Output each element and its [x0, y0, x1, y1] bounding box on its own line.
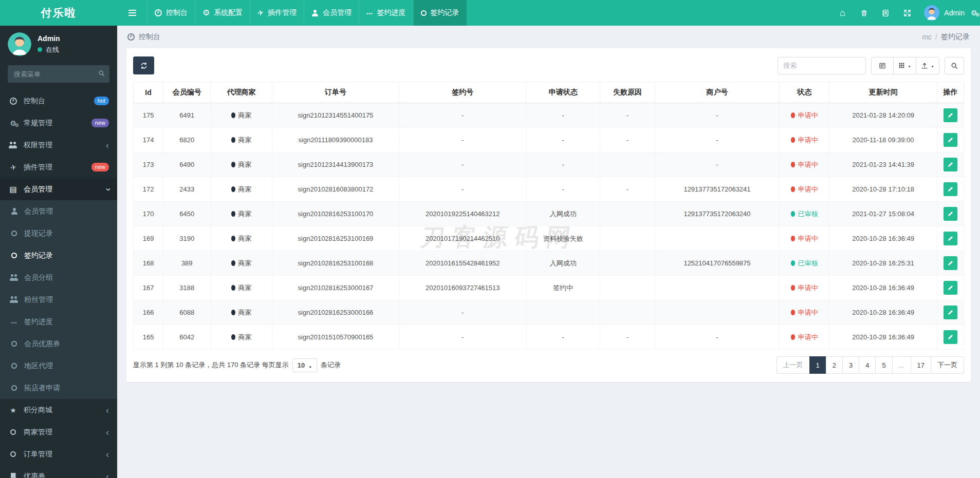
columns-button[interactable] [893, 57, 916, 74]
settings-button[interactable] [971, 0, 980, 26]
column-header[interactable]: 签约号 [399, 82, 526, 103]
column-header[interactable]: 商户号 [655, 82, 779, 103]
edit-button[interactable] [944, 108, 957, 122]
circle-icon [421, 10, 427, 16]
submenu-member-manage[interactable]: 会员管理 [0, 200, 117, 222]
module-market-button[interactable] [875, 0, 896, 26]
refresh-button[interactable] [133, 56, 154, 74]
edit-button[interactable] [944, 133, 957, 147]
sidebar-item-member[interactable]: 会员管理 [0, 178, 117, 200]
username-label: Admin [944, 9, 965, 17]
edit-button[interactable] [944, 207, 957, 221]
table-search-input[interactable] [778, 57, 866, 74]
status-badge: 申请中 [791, 160, 818, 169]
breadcrumb-parent[interactable]: mc [922, 33, 932, 41]
sidebar-item-order-manage[interactable]: 订单管理 [0, 443, 117, 465]
page-button[interactable]: 17 [911, 356, 931, 374]
tab-sign-records[interactable]: 签约记录 [413, 0, 467, 26]
status-badge: 申请中 [791, 185, 818, 194]
page-button[interactable]: 下一页 [931, 356, 964, 374]
cell-agent: 商家 [211, 325, 272, 350]
cell-agent: 商家 [211, 251, 272, 276]
user-icon [311, 10, 319, 16]
tab-sign-progress[interactable]: 签约进度 [359, 0, 413, 26]
cell-actions [937, 177, 964, 202]
submenu-shop-applications[interactable]: 拓店者申请 [0, 377, 117, 399]
online-status: 在线 [38, 45, 60, 54]
sidebar-toggle-button[interactable] [117, 0, 147, 26]
column-header[interactable]: 会员编号 [163, 82, 211, 103]
records-table-wrap: 刀客源码网 Id会员编号代理商家订单号签约号申请状态失败原因商户号状态更新时间操… [133, 82, 964, 350]
tab-plugin-manage[interactable]: 插件管理 [250, 0, 304, 26]
column-header[interactable]: 代理商家 [211, 82, 272, 103]
edit-button[interactable] [944, 330, 957, 344]
status-dot-icon [791, 310, 795, 315]
submenu-sign-records[interactable]: 签约记录 [0, 244, 117, 266]
circle-icon [10, 429, 16, 435]
clear-cache-button[interactable] [853, 0, 875, 26]
caret-down-icon [908, 62, 911, 69]
page-button[interactable]: 上一页 [776, 356, 810, 374]
status-dot-icon [791, 211, 795, 217]
column-header[interactable]: 操作 [937, 82, 964, 103]
cell-sign-no: 20201016093727461513 [399, 276, 526, 300]
cell-agent: 商家 [211, 300, 272, 325]
submenu-member-coupons[interactable]: 会员优惠券 [0, 333, 117, 355]
search-button[interactable] [945, 57, 964, 74]
column-header[interactable]: 申请状态 [526, 82, 600, 103]
cell-id: 167 [134, 276, 163, 300]
toggle-view-button[interactable] [871, 57, 894, 74]
cell-actions [937, 226, 964, 251]
cell-actions [937, 128, 964, 152]
edit-button[interactable] [944, 158, 957, 171]
cell-agent: 商家 [211, 226, 272, 251]
column-header[interactable]: 更新时间 [829, 82, 937, 103]
column-header[interactable]: Id [134, 82, 163, 103]
submenu-fans-manage[interactable]: 粉丝管理 [0, 289, 117, 311]
cell-updated: 2020-11-18 09:39:00 [829, 128, 937, 152]
fullscreen-button[interactable] [896, 0, 918, 26]
column-header[interactable]: 订单号 [272, 82, 399, 103]
sidebar-item-points-mall[interactable]: 积分商城 [0, 399, 117, 421]
home-button[interactable] [831, 0, 853, 26]
page-button[interactable]: 5 [875, 356, 892, 374]
sidebar-item-dashboard[interactable]: 控制台hot [0, 90, 117, 112]
sidebar-item-permission[interactable]: 权限管理 [0, 134, 117, 156]
edit-button[interactable] [944, 182, 957, 196]
sidebar-item-merchant-manage[interactable]: 商家管理 [0, 421, 117, 443]
tab-dashboard[interactable]: 控制台 [147, 0, 195, 26]
sidebar-item-general[interactable]: 常规管理new [0, 112, 117, 134]
submenu-sign-progress[interactable]: 签约进度 [0, 311, 117, 333]
column-header[interactable]: 失败原因 [600, 82, 655, 103]
export-button[interactable] [916, 57, 939, 74]
topbar-right: Admin [831, 0, 980, 26]
column-header[interactable]: 状态 [780, 82, 829, 103]
cell-fail-reason [600, 251, 655, 276]
submenu-region-agent[interactable]: 地区代理 [0, 355, 117, 377]
page-button[interactable]: 2 [826, 356, 843, 374]
page-size-select[interactable]: 10 [292, 358, 317, 372]
submenu-withdraw-records[interactable]: 提现记录 [0, 222, 117, 244]
records-table: Id会员编号代理商家订单号签约号申请状态失败原因商户号状态更新时间操作 175 … [133, 82, 964, 350]
menu-search-input[interactable] [8, 65, 109, 83]
status-dot-icon [791, 137, 795, 143]
page-button[interactable]: 1 [809, 356, 826, 374]
user-menu[interactable]: Admin [918, 5, 971, 21]
edit-button[interactable] [944, 256, 957, 270]
submenu-member-groups[interactable]: 会员分组 [0, 266, 117, 289]
refresh-icon [140, 62, 147, 69]
sidebar-item-plugin[interactable]: 插件管理new [0, 156, 117, 178]
cell-actions [937, 202, 964, 226]
cell-member-no: 6490 [163, 152, 211, 177]
page-button[interactable]: 3 [842, 356, 859, 374]
page-button[interactable]: 4 [859, 356, 876, 374]
tab-member-manage[interactable]: 会员管理 [304, 0, 359, 26]
edit-button[interactable] [944, 305, 957, 319]
tab-system-config[interactable]: 系统配置 [195, 0, 250, 26]
edit-button[interactable] [944, 232, 957, 245]
cell-sign-no: - [399, 103, 526, 128]
cell-status: 申请中 [780, 300, 829, 325]
page-button[interactable]: ... [892, 356, 911, 374]
edit-button[interactable] [944, 281, 957, 295]
sidebar-item-coupons[interactable]: 优惠券 [0, 465, 117, 478]
